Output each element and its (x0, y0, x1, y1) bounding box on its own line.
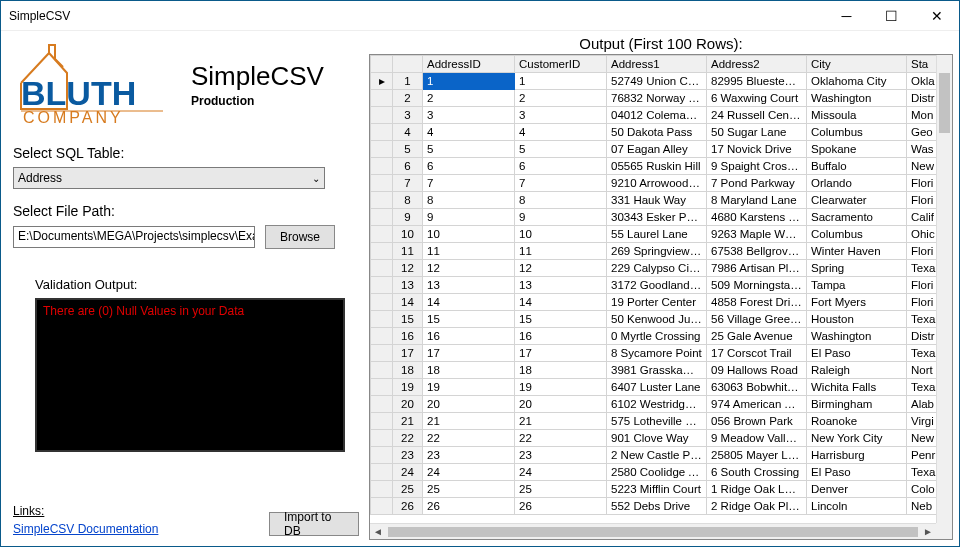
table-row[interactable]: 10101055 Laurel Lane9263 Maple Woo...Col… (371, 226, 937, 243)
cell[interactable]: Houston (807, 311, 907, 328)
cell[interactable]: Clearwater (807, 192, 907, 209)
cell[interactable]: 7 (423, 175, 515, 192)
cell[interactable]: Harrisburg (807, 447, 907, 464)
cell[interactable]: 6102 Westridge ... (607, 396, 707, 413)
column-header[interactable]: City (807, 56, 907, 73)
cell[interactable]: 25 Gale Avenue (707, 328, 807, 345)
cell[interactable]: 14 (423, 294, 515, 311)
cell[interactable]: 30343 Esker Pass (607, 209, 707, 226)
cell[interactable]: 13 (515, 277, 607, 294)
cell[interactable]: Tampa (807, 277, 907, 294)
cell[interactable]: 23 (515, 447, 607, 464)
cell[interactable]: Okla (907, 73, 937, 90)
cell[interactable]: Missoula (807, 107, 907, 124)
cell[interactable]: Oklahoma City (807, 73, 907, 90)
table-row[interactable]: 1818183981 Grasskamp...09 Hallows RoadRa… (371, 362, 937, 379)
table-row[interactable]: 121212229 Calypso Circle7986 Artisan Pla… (371, 260, 937, 277)
cell[interactable]: 6407 Luster Lane (607, 379, 707, 396)
sql-table-dropdown[interactable]: Address ⌄ (13, 167, 325, 189)
cell[interactable]: Flori (907, 277, 937, 294)
cell[interactable]: 2 Ridge Oak Place (707, 498, 807, 515)
cell[interactable]: 55 Laurel Lane (607, 226, 707, 243)
cell[interactable]: 16 (515, 328, 607, 345)
cell[interactable]: 2 (423, 90, 515, 107)
cell[interactable]: 20 (423, 396, 515, 413)
cell[interactable]: Virgi (907, 413, 937, 430)
cell[interactable]: 0 Myrtle Crossing (607, 328, 707, 345)
cell[interactable]: 8 Maryland Lane (707, 192, 807, 209)
cell[interactable]: Neb (907, 498, 937, 515)
cell[interactable]: Roanoke (807, 413, 907, 430)
cell[interactable]: 17 Novick Drive (707, 141, 807, 158)
cell[interactable]: Columbus (807, 226, 907, 243)
cell[interactable]: 82995 Bluestem ... (707, 73, 807, 90)
cell[interactable]: Wichita Falls (807, 379, 907, 396)
cell[interactable]: 2580 Coolidge All... (607, 464, 707, 481)
browse-button[interactable]: Browse (265, 225, 335, 249)
cell[interactable]: 2 New Castle Point (607, 447, 707, 464)
table-row[interactable]: ▸11152749 Union Court82995 Bluestem ...O… (371, 73, 937, 90)
cell[interactable]: 4858 Forest Drive (707, 294, 807, 311)
cell[interactable]: 13 (423, 277, 515, 294)
table-row[interactable]: 99930343 Esker Pass4680 Karstens HillSac… (371, 209, 937, 226)
column-header[interactable]: CustomerID (515, 56, 607, 73)
cell[interactable]: 50 Kenwood Jun... (607, 311, 707, 328)
table-row[interactable]: 2020206102 Westridge ...974 American As.… (371, 396, 937, 413)
cell[interactable]: Ohic (907, 226, 937, 243)
close-button[interactable]: ✕ (914, 1, 959, 30)
table-row[interactable]: 262626552 Debs Drive2 Ridge Oak PlaceLin… (371, 498, 937, 515)
cell[interactable]: 3 (515, 107, 607, 124)
table-row[interactable]: 66605565 Ruskin Hill9 Spaight CrossingBu… (371, 158, 937, 175)
cell[interactable]: Distr (907, 328, 937, 345)
table-row[interactable]: 2323232 New Castle Point25805 Mayer Lane… (371, 447, 937, 464)
cell[interactable]: 3172 Goodland ... (607, 277, 707, 294)
cell[interactable]: 5223 Mifflin Court (607, 481, 707, 498)
cell[interactable]: 18 (515, 362, 607, 379)
cell[interactable]: 24 (423, 464, 515, 481)
cell[interactable]: 07 Eagan Alley (607, 141, 707, 158)
cell[interactable]: 09 Hallows Road (707, 362, 807, 379)
cell[interactable]: 24 Russell Center (707, 107, 807, 124)
cell[interactable]: Columbus (807, 124, 907, 141)
cell[interactable]: 6 Waxwing Court (707, 90, 807, 107)
cell[interactable]: Sacramento (807, 209, 907, 226)
cell[interactable]: 52749 Union Court (607, 73, 707, 90)
cell[interactable]: 229 Calypso Circle (607, 260, 707, 277)
table-row[interactable]: 111111269 Springview ...67538 Bellgrove … (371, 243, 937, 260)
cell[interactable]: 6 South Crossing (707, 464, 807, 481)
cell[interactable]: 9 Meadow Valley... (707, 430, 807, 447)
file-path-input[interactable]: E:\Documents\MEGA\Projects\simplecsv\Exa (13, 226, 255, 248)
cell[interactable]: Buffalo (807, 158, 907, 175)
cell[interactable]: Orlando (807, 175, 907, 192)
cell[interactable]: Flori (907, 294, 937, 311)
table-row[interactable]: 2525255223 Mifflin Court1 Ridge Oak Lane… (371, 481, 937, 498)
cell[interactable]: 11 (515, 243, 607, 260)
cell[interactable]: 901 Clove Way (607, 430, 707, 447)
cell[interactable]: 8 Sycamore Point (607, 345, 707, 362)
cell[interactable]: 21 (423, 413, 515, 430)
cell[interactable]: Distr (907, 90, 937, 107)
cell[interactable]: Nort (907, 362, 937, 379)
cell[interactable]: 16 (423, 328, 515, 345)
cell[interactable]: 26 (515, 498, 607, 515)
cell[interactable]: 17 Corscot Trail (707, 345, 807, 362)
table-row[interactable]: 1616160 Myrtle Crossing25 Gale AvenueWas… (371, 328, 937, 345)
cell[interactable]: Calif (907, 209, 937, 226)
cell[interactable]: 552 Debs Drive (607, 498, 707, 515)
cell[interactable]: 76832 Norway M... (607, 90, 707, 107)
cell[interactable]: 23 (423, 447, 515, 464)
cell[interactable]: 9 (515, 209, 607, 226)
table-row[interactable]: 7779210 Arrowood P...7 Pond ParkwayOrlan… (371, 175, 937, 192)
cell[interactable]: 7 Pond Parkway (707, 175, 807, 192)
table-row[interactable]: 33304012 Coleman ...24 Russell CenterMis… (371, 107, 937, 124)
cell[interactable]: 4 (423, 124, 515, 141)
cell[interactable]: Washington (807, 328, 907, 345)
cell[interactable]: Denver (807, 481, 907, 498)
documentation-link[interactable]: SimpleCSV Documentation (13, 522, 158, 536)
column-header[interactable]: AddressID (423, 56, 515, 73)
table-row[interactable]: 212121575 Lotheville Cir...056 Brown Par… (371, 413, 937, 430)
cell[interactable]: Flori (907, 192, 937, 209)
cell[interactable]: 12 (515, 260, 607, 277)
cell[interactable]: 5 (423, 141, 515, 158)
cell[interactable]: Winter Haven (807, 243, 907, 260)
